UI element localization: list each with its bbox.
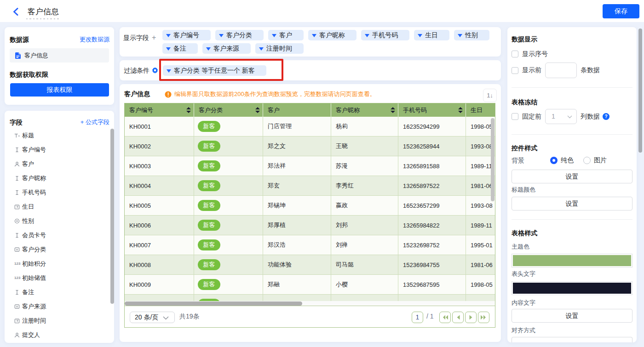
svg-text:?: ? (604, 114, 607, 119)
